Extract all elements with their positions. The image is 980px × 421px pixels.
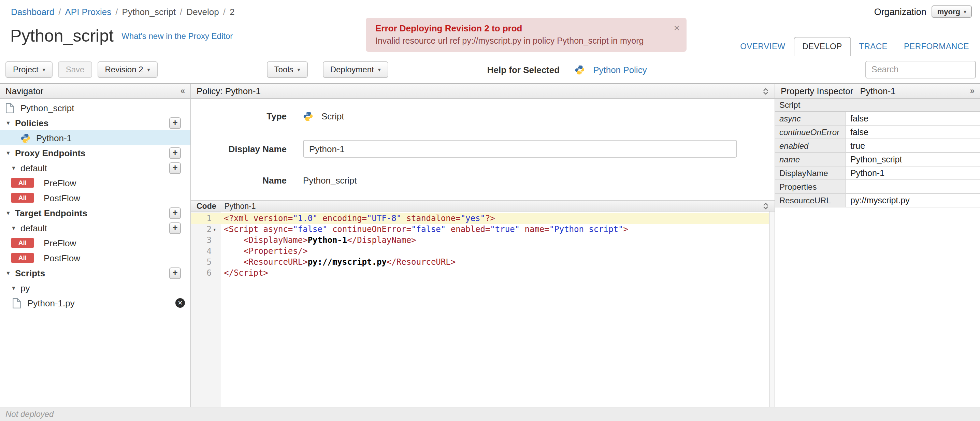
tab-trace[interactable]: TRACE bbox=[851, 38, 896, 56]
navigator-panel: Navigator « Python_script ▼ Policies + P… bbox=[0, 84, 191, 407]
inspector-row[interactable]: namePython_script bbox=[775, 153, 980, 167]
inspector-row[interactable]: ResourceURLpy://myscript.py bbox=[775, 194, 980, 207]
inspector-section-header: Script bbox=[775, 99, 980, 112]
breadcrumb-proxy-name: Python_script bbox=[122, 6, 176, 17]
add-script-button[interactable]: + bbox=[169, 267, 181, 279]
close-icon[interactable]: × bbox=[674, 22, 680, 33]
code-line-text: <DisplayName>Python-1</DisplayName> bbox=[220, 235, 416, 246]
inspector-row-value[interactable]: Python-1 bbox=[846, 167, 980, 180]
whats-new-link[interactable]: What's new in the Proxy Editor bbox=[121, 32, 233, 41]
inspector-row[interactable]: DisplayNamePython-1 bbox=[775, 167, 980, 180]
chevron-expanded-icon[interactable]: ▼ bbox=[11, 225, 19, 231]
tab-performance[interactable]: PERFORMANCE bbox=[896, 38, 977, 56]
code-line[interactable]: 3 <DisplayName>Python-1</DisplayName> bbox=[191, 235, 775, 246]
revision-menu-label: Revision 2 bbox=[105, 65, 143, 75]
nav-group-proxy-default[interactable]: ▼ default + bbox=[0, 160, 190, 175]
add-flow-button[interactable]: + bbox=[169, 162, 181, 174]
expand-collapse-icon[interactable] bbox=[762, 202, 769, 210]
code-line[interactable]: 6</Script> bbox=[191, 267, 775, 278]
tools-menu-button[interactable]: Tools ▾ bbox=[267, 61, 308, 78]
error-message: Invalid resource url ref py://myscript.p… bbox=[375, 36, 666, 46]
expand-panel-icon[interactable]: » bbox=[970, 84, 975, 98]
property-inspector-header: Property Inspector Python-1 » bbox=[775, 84, 980, 99]
code-line[interactable]: 5 <ResourceURL>py://myscript.py</Resourc… bbox=[191, 257, 775, 267]
add-target-endpoint-button[interactable]: + bbox=[169, 207, 181, 219]
file-icon bbox=[12, 298, 21, 308]
tab-develop[interactable]: DEVELOP bbox=[793, 37, 851, 56]
page-title: Python_script bbox=[10, 26, 114, 46]
code-line[interactable]: 1<?xml version="1.0" encoding="UTF-8" st… bbox=[191, 213, 775, 224]
inspector-rows: asyncfalsecontinueOnErrorfalseenabledtru… bbox=[775, 112, 980, 207]
code-line[interactable]: 4 <Properties/> bbox=[191, 246, 775, 257]
top-bar: Dashboard / API Proxies / Python_script … bbox=[0, 0, 980, 19]
display-name-input[interactable] bbox=[303, 140, 737, 157]
nav-item-proxy-root[interactable]: Python_script bbox=[0, 100, 190, 115]
nav-item-proxy-preflow[interactable]: All PreFlow bbox=[0, 175, 190, 191]
python-icon bbox=[21, 133, 31, 143]
nav-item-script-file[interactable]: Python-1.py ✕ bbox=[0, 295, 190, 310]
inspector-row[interactable]: asyncfalse bbox=[775, 112, 980, 126]
nav-section-policies[interactable]: ▼ Policies + bbox=[0, 115, 190, 130]
nav-group-target-default[interactable]: ▼ default + bbox=[0, 221, 190, 235]
add-proxy-endpoint-button[interactable]: + bbox=[169, 147, 181, 159]
inspector-row-value[interactable]: true bbox=[846, 139, 980, 152]
nav-group-label: py bbox=[21, 283, 30, 293]
breadcrumb-dashboard[interactable]: Dashboard bbox=[11, 6, 54, 17]
status-bar: Not deployed bbox=[0, 407, 980, 421]
nav-section-proxy-endpoints[interactable]: ▼ Proxy Endpoints + bbox=[0, 145, 190, 160]
nav-section-scripts[interactable]: ▼ Scripts + bbox=[0, 265, 190, 280]
delete-script-icon[interactable]: ✕ bbox=[175, 298, 185, 308]
code-line-text: <ResourceURL>py://myscript.py</ResourceU… bbox=[220, 257, 455, 267]
chevron-expanded-icon[interactable]: ▼ bbox=[11, 285, 19, 291]
chevron-down-icon: ▾ bbox=[378, 67, 381, 73]
deployment-status-text: Not deployed bbox=[5, 409, 54, 419]
breadcrumb-api-proxies[interactable]: API Proxies bbox=[65, 6, 111, 17]
inspector-row-value[interactable]: false bbox=[846, 112, 980, 125]
revision-menu-button[interactable]: Revision 2 ▾ bbox=[97, 61, 157, 78]
nav-section-target-endpoints[interactable]: ▼ Target Endpoints + bbox=[0, 205, 190, 221]
nav-section-label: Policies bbox=[15, 118, 48, 128]
chevron-down-icon: ▾ bbox=[964, 8, 966, 15]
inspector-row-value[interactable]: Python_script bbox=[846, 153, 980, 166]
add-policy-button[interactable]: + bbox=[169, 117, 181, 129]
inspector-row[interactable]: continueOnErrorfalse bbox=[775, 126, 980, 139]
chevron-expanded-icon[interactable]: ▼ bbox=[5, 270, 14, 276]
chevron-down-icon: ▾ bbox=[43, 67, 45, 73]
nav-group-scripts-py[interactable]: ▼ py bbox=[0, 280, 190, 295]
inspector-row-value[interactable] bbox=[846, 180, 980, 193]
chevron-expanded-icon[interactable]: ▼ bbox=[5, 210, 14, 216]
nav-item-target-preflow[interactable]: All PreFlow bbox=[0, 235, 190, 250]
nav-item-policy-python-1[interactable]: Python-1 bbox=[0, 130, 190, 145]
inspector-row-value[interactable]: py://myscript.py bbox=[846, 194, 980, 207]
add-flow-button[interactable]: + bbox=[169, 222, 181, 234]
name-value: Python_script bbox=[303, 175, 357, 185]
nav-item-proxy-postflow[interactable]: All PostFlow bbox=[0, 191, 190, 205]
display-name-label: Display Name bbox=[191, 144, 286, 154]
chevron-expanded-icon[interactable]: ▼ bbox=[5, 150, 14, 156]
deployment-menu-button[interactable]: Deployment ▾ bbox=[323, 61, 388, 78]
inspector-row-value[interactable]: false bbox=[846, 126, 980, 138]
chevron-expanded-icon[interactable]: ▼ bbox=[11, 165, 19, 171]
vertical-scrollbar[interactable] bbox=[769, 211, 775, 407]
all-methods-badge: All bbox=[11, 193, 34, 203]
all-methods-badge: All bbox=[11, 238, 34, 248]
search-input[interactable] bbox=[865, 61, 976, 78]
project-menu-button[interactable]: Project ▾ bbox=[5, 61, 53, 78]
save-button[interactable]: Save bbox=[58, 61, 92, 78]
inspector-row[interactable]: enabledtrue bbox=[775, 139, 980, 153]
code-editor[interactable]: 1<?xml version="1.0" encoding="UTF-8" st… bbox=[191, 211, 775, 407]
inspector-row[interactable]: Properties bbox=[775, 180, 980, 194]
tab-overview[interactable]: OVERVIEW bbox=[732, 38, 793, 56]
inspector-row-key: ResourceURL bbox=[775, 194, 846, 207]
organization-label: Organization bbox=[874, 6, 926, 17]
expand-collapse-icon[interactable] bbox=[762, 87, 769, 95]
collapse-panel-icon[interactable]: « bbox=[180, 84, 185, 98]
help-for-selected-label: Help for Selected bbox=[487, 65, 560, 75]
fold-arrow-icon[interactable]: ▾ bbox=[213, 224, 216, 235]
chevron-expanded-icon[interactable]: ▼ bbox=[5, 120, 14, 126]
organization-select[interactable]: myorg ▾ bbox=[932, 5, 972, 18]
python-policy-link[interactable]: Python Policy bbox=[593, 65, 647, 75]
form-row-display-name: Display Name bbox=[191, 140, 775, 157]
code-line[interactable]: 2▾<Script async="false" continueOnError=… bbox=[191, 224, 775, 235]
nav-item-target-postflow[interactable]: All PostFlow bbox=[0, 250, 190, 265]
